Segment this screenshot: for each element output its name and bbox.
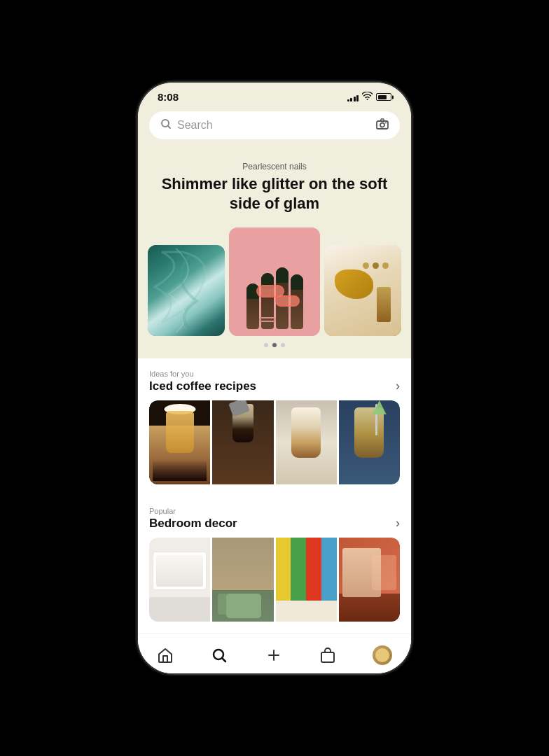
signal-bar-4 [356,95,359,102]
camera-icon[interactable] [376,118,389,132]
signal-bar-1 [347,99,349,102]
coffee-image-3[interactable] [276,400,337,484]
hero-title: Shimmer like glitter on the soft side of… [152,174,397,213]
bedroom-image-4[interactable] [339,538,400,622]
signal-bars-icon [347,93,359,102]
popular-section-header: Popular Bedroom decor › [149,507,400,531]
hero-section: Pearlescent nails Shimmer like glitter o… [138,150,411,336]
phone-frame: 8:08 [138,83,411,673]
nav-profile[interactable] [364,643,401,668]
bedroom-image-3[interactable] [276,538,337,622]
bedroom-image-row [149,538,400,622]
ideas-section-header: Ideas for you Iced coffee recipes › [149,370,400,393]
create-icon [265,647,282,664]
coffee-image-1[interactable] [149,400,210,484]
phone-screen: 8:08 [138,83,411,673]
popular-label: Popular [149,507,237,515]
hero-image-right[interactable] [324,245,401,336]
nav-search[interactable] [202,644,236,666]
status-time: 8:08 [158,91,179,103]
ideas-section-labels: Ideas for you Iced coffee recipes [149,370,256,393]
coffee-image-row [149,400,400,484]
status-icons [347,92,392,102]
popular-title: Bedroom decor [149,517,237,531]
hero-dot-3[interactable] [281,343,285,347]
hero-dot-2[interactable] [272,343,277,347]
hero-image-left[interactable] [148,245,225,336]
hero-images [152,224,397,336]
hero-dots [138,336,411,358]
coffee-image-2[interactable] [212,400,273,484]
status-bar: 8:08 [138,83,411,106]
home-icon [157,648,174,663]
svg-point-3 [385,122,387,124]
popular-section-labels: Popular Bedroom decor [149,507,237,531]
hero-subtitle: Pearlescent nails [152,162,397,172]
popular-arrow-icon[interactable]: › [396,516,400,531]
bedroom-image-2[interactable] [212,538,273,622]
search-magnifier-icon [160,118,172,132]
ideas-title: Iced coffee recipes [149,379,256,393]
wifi-icon [362,92,373,102]
search-area: Search [138,106,411,150]
search-nav-icon [211,647,228,664]
search-bar[interactable]: Search [149,111,400,139]
hero-dot-1[interactable] [264,343,268,347]
nav-home[interactable] [148,645,182,666]
bag-icon [320,647,335,664]
svg-point-2 [380,123,384,127]
bottom-nav [138,634,411,673]
hero-image-center[interactable] [229,227,320,336]
ideas-section: Ideas for you Iced coffee recipes › [138,358,411,496]
svg-rect-5 [321,652,334,662]
profile-avatar [373,645,392,665]
battery-icon [376,93,391,101]
avatar-inner [375,648,389,662]
coffee-image-4[interactable] [339,400,400,484]
popular-section: Popular Bedroom decor › [138,496,411,633]
nav-create[interactable] [257,644,291,666]
nav-shop[interactable] [312,644,344,666]
ideas-arrow-icon[interactable]: › [396,379,400,393]
search-input[interactable]: Search [177,119,370,132]
bedroom-image-1[interactable] [149,538,210,622]
battery-fill [378,95,387,99]
ideas-label: Ideas for you [149,370,256,378]
signal-bar-3 [354,97,356,102]
signal-bar-2 [350,98,352,102]
